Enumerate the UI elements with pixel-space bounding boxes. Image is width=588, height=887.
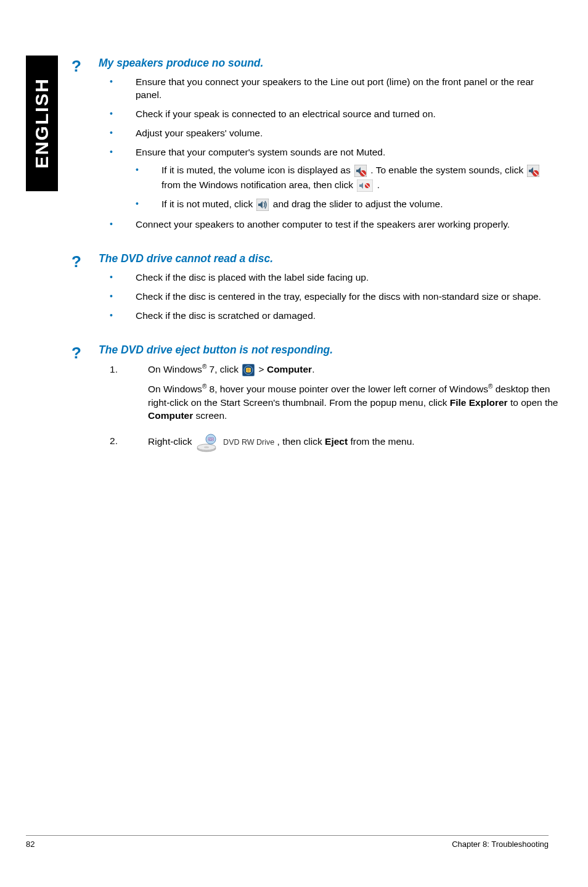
list-item: Connect your speakers to another compute… <box>110 218 560 231</box>
question-mark-icon: ? <box>71 252 81 271</box>
text: If it is not muted, click <box>161 199 255 209</box>
speaker-muted-icon <box>354 165 367 177</box>
speaker-small-muted-icon <box>357 179 373 192</box>
text: . To enable the system sounds, click <box>370 165 526 175</box>
bold-text: Eject <box>325 436 348 447</box>
faq-section-dvd-read: ? The DVD drive cannot read a disc. Chec… <box>73 252 560 323</box>
faq-title: My speakers produce no sound. <box>99 57 560 70</box>
list-item: Check if the disc is placed with the lab… <box>110 271 560 284</box>
text: 8, hover your mouse pointer over the low… <box>206 384 488 394</box>
step-paragraph: On Windows® 8, hover your mouse pointer … <box>148 382 560 423</box>
speaker-muted-icon <box>527 165 539 177</box>
language-tab: ENGLISH <box>26 56 58 191</box>
faq-section-dvd-eject: ? The DVD drive eject button is not resp… <box>73 344 560 453</box>
bold-text: Computer <box>267 364 312 374</box>
list-item: Adjust your speakers' volume. <box>110 127 560 140</box>
windows-start-icon <box>242 364 255 376</box>
text: from the Windows notification area, then… <box>161 179 356 190</box>
speaker-icon <box>256 199 269 211</box>
step-item: Right-click DVD DVD RW Drive <box>110 431 560 453</box>
text: . <box>377 179 380 190</box>
page-footer: 82 Chapter 8: Troubleshooting <box>26 835 549 849</box>
bullet-list: Ensure that you connect your speakers to… <box>110 76 560 231</box>
svg-point-11 <box>204 446 209 448</box>
svg-text:DVD: DVD <box>208 437 214 440</box>
step-item: On Windows® 7, click > Computer. On Wind… <box>110 363 560 423</box>
text: On Windows <box>148 364 202 374</box>
step-list: On Windows® 7, click > Computer. On Wind… <box>110 363 560 453</box>
page: ENGLISH ? My speakers produce no sound. … <box>0 0 588 887</box>
list-text: Ensure that your computer's system sound… <box>136 147 385 157</box>
faq-title: The DVD drive cannot read a disc. <box>99 252 560 265</box>
language-label: ENGLISH <box>31 78 52 168</box>
list-item: If it is muted, the volume icon is displ… <box>136 163 560 194</box>
dvd-drive-icon: DVD <box>195 431 221 453</box>
text: and drag the slider to adjust the volume… <box>273 199 443 209</box>
page-number: 82 <box>26 840 35 849</box>
text: , then click <box>277 436 325 447</box>
question-mark-icon: ? <box>71 344 81 363</box>
list-item: Check if the disc is centered in the tra… <box>110 291 560 303</box>
text: If it is muted, the volume icon is displ… <box>161 165 353 175</box>
bullet-list: Check if the disc is placed with the lab… <box>110 271 560 323</box>
text: On Windows <box>148 384 202 394</box>
text: 7, click <box>206 364 241 374</box>
text: to open the <box>508 397 558 408</box>
text: > <box>259 364 267 374</box>
bold-text: File Explorer <box>450 397 508 408</box>
chapter-label: Chapter 8: Troubleshooting <box>452 840 549 849</box>
list-item: If it is not muted, click and drag the s… <box>136 197 560 212</box>
list-item: Check if your speak is connected to an e… <box>110 108 560 121</box>
text: . <box>312 364 314 374</box>
dvd-label: DVD RW Drive <box>223 438 274 447</box>
faq-title: The DVD drive eject button is not respon… <box>99 344 560 357</box>
content-area: ? My speakers produce no sound. Ensure t… <box>73 56 560 474</box>
text: from the menu. <box>348 436 415 447</box>
list-item: Ensure that you connect your speakers to… <box>110 76 560 102</box>
bold-text: Computer <box>148 410 193 421</box>
list-item: Check if the disc is scratched or damage… <box>110 310 560 323</box>
list-item: Ensure that your computer's system sound… <box>110 146 560 212</box>
text: screen. <box>193 410 227 421</box>
inner-list: If it is muted, the volume icon is displ… <box>136 163 560 212</box>
text: Right-click <box>148 436 195 447</box>
question-mark-icon: ? <box>71 57 81 76</box>
faq-section-speakers: ? My speakers produce no sound. Ensure t… <box>73 57 560 231</box>
